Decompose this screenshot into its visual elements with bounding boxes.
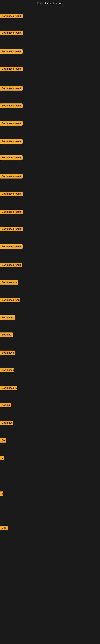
bottleneck-item[interactable]: Bottleneck result: [0, 227, 23, 232]
bottleneck-item[interactable]: Bottleneck result: [0, 104, 23, 109]
bottleneck-item[interactable]: Bottleneck re: [0, 280, 18, 285]
bottleneck-item[interactable]: Bottleneck result: [0, 14, 23, 19]
bottleneck-badge-24: Bottleneck: [0, 420, 13, 425]
bottleneck-badge-17: Bottleneck result: [0, 298, 20, 302]
bottleneck-item[interactable]: Bottleneck: [0, 315, 15, 320]
bottleneck-badge-14: Bottleneck result: [0, 244, 23, 249]
bottleneck-badge-12: Bottleneck result: [0, 210, 23, 214]
bottleneck-badge-25: Bo: [0, 438, 6, 442]
bottleneck-badge-21: Bottleneck: [0, 368, 14, 372]
bottleneck-item[interactable]: Bottlen: [0, 403, 11, 408]
bottleneck-badge-19: Bottlene: [0, 332, 13, 337]
bottleneck-item[interactable]: Bottleneck result: [0, 263, 22, 268]
bottleneck-item[interactable]: Bottleneck: [0, 368, 14, 373]
bottleneck-badge-7: Bottleneck result: [0, 121, 23, 126]
bottleneck-item[interactable]: Bottleneck result: [0, 66, 23, 72]
bottleneck-item[interactable]: Bottleneck r: [0, 350, 15, 356]
bottleneck-item[interactable]: Bottleneck result: [0, 139, 23, 144]
bottleneck-badge-18: Bottleneck: [0, 315, 15, 320]
bottleneck-item[interactable]: Bott: [0, 526, 8, 531]
bottleneck-badge-11: Bottleneck result: [0, 192, 23, 196]
bottleneck-item[interactable]: Bottleneck result: [0, 192, 23, 197]
bottleneck-badge-1: Bottleneck result: [0, 14, 23, 18]
bottleneck-item[interactable]: Bo: [0, 438, 6, 443]
bottleneck-badge-20: Bottleneck r: [0, 350, 15, 355]
bottleneck-item[interactable]: Bottleneck result: [0, 298, 20, 303]
bottleneck-badge-2: Bottleneck result: [0, 30, 23, 35]
bottleneck-badge-16: Bottleneck re: [0, 280, 18, 284]
bottleneck-badge-26: B: [0, 456, 4, 460]
bottleneck-badge-13: Bottleneck result: [0, 227, 23, 231]
bottleneck-badge-15: Bottleneck result: [0, 263, 22, 267]
bottleneck-badge-10: Bottleneck result: [0, 174, 23, 178]
bottleneck-badge-8: Bottleneck result: [0, 139, 23, 144]
bottleneck-item[interactable]: Bottleneck re: [0, 386, 17, 391]
bottleneck-item[interactable]: Bottleneck result: [0, 210, 23, 215]
bottleneck-badge-27: B: [0, 492, 3, 496]
bottleneck-item[interactable]: Bottleneck result: [0, 121, 23, 126]
bottleneck-item[interactable]: B: [0, 456, 4, 461]
site-title: TheBottlenecker.com: [0, 0, 100, 6]
bottleneck-item[interactable]: Bottleneck result: [0, 174, 23, 179]
bottleneck-badge-4: Bottleneck result: [0, 66, 23, 71]
bottleneck-badge-5: Bottleneck result: [0, 86, 23, 90]
bottleneck-item[interactable]: Bottleneck: [0, 420, 13, 426]
bottleneck-badge-23: Bottlen: [0, 403, 11, 407]
bottleneck-item[interactable]: B: [0, 492, 3, 497]
bottleneck-badge-6: Bottleneck result: [0, 104, 23, 108]
bottleneck-badge-28: Bott: [0, 526, 8, 530]
bottleneck-item[interactable]: Bottleneck result: [0, 244, 23, 250]
bottleneck-badge-22: Bottleneck re: [0, 386, 17, 390]
bottleneck-badge-9: Bottleneck result: [0, 155, 23, 160]
bottleneck-item[interactable]: Bottlene: [0, 332, 13, 338]
bottleneck-item[interactable]: Bottleneck result: [0, 86, 23, 91]
bottleneck-item[interactable]: Bottleneck result: [0, 30, 23, 36]
bottleneck-badge-3: Bottleneck result: [0, 49, 23, 54]
bottleneck-item[interactable]: Bottleneck result: [0, 49, 23, 54]
bottleneck-item[interactable]: Bottleneck result: [0, 155, 23, 160]
